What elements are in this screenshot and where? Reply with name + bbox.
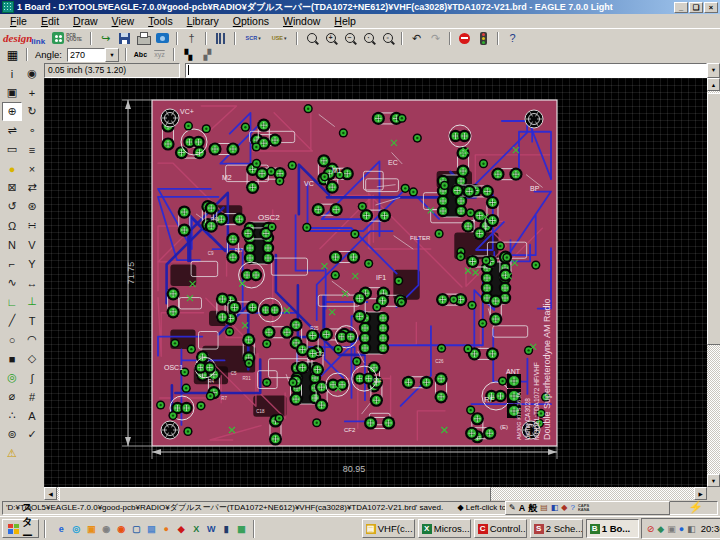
tool-erc[interactable]: ⊚ [2,425,22,444]
tray-network-icon[interactable]: ◆ [657,524,664,534]
tool-pinswap[interactable]: ∺ [22,216,42,235]
ime-tool-icon-0[interactable]: ▤ [540,503,548,513]
horizontal-scrollbar[interactable]: ◀ ▶ [44,487,707,500]
marker-button[interactable]: † [182,30,201,47]
script-button[interactable]: SCR▾ [240,30,266,47]
tool-delete[interactable]: ⊠ [2,178,22,197]
menu-window[interactable]: Window [276,15,327,27]
tool-lock[interactable]: Ω [2,216,22,235]
abc-button[interactable]: Abc [131,46,150,63]
zoom-out-button[interactable]: − [340,30,359,47]
quicklaunch-acrobat[interactable]: ◆ [175,522,188,536]
go-button[interactable] [474,30,493,47]
scroll-down-button[interactable]: ▼ [707,474,720,487]
tool-route[interactable]: ∟ [2,292,22,311]
tool-smash[interactable]: ⊛ [22,197,42,216]
tool-paint[interactable]: ● [2,159,22,178]
tool-split[interactable]: Y [22,254,42,273]
ime-mode-a[interactable]: A [519,502,526,514]
layer-settings-button[interactable] [211,30,230,47]
tool-signal[interactable]: ∫ [22,368,42,387]
hscroll-track[interactable] [57,487,694,500]
quicklaunch-picture-manager[interactable]: ▦ [235,522,248,536]
pattern1-button[interactable]: ▚ [179,46,198,63]
quicklaunch-photo-editor[interactable]: ▣ [85,522,98,536]
tool-miter[interactable]: ⌐ [2,254,22,273]
tool-cut[interactable]: × [22,159,42,178]
restore-button[interactable]: ❏ [689,2,703,13]
taskbar-button-1bo[interactable]: B1 Bo... [586,519,639,538]
zoom-fit-button[interactable] [302,30,321,47]
tool-rotate[interactable]: ↻ [22,102,42,121]
xyz-button[interactable]: xyz [150,46,169,63]
ime-tool-icon-1[interactable]: ◧ [551,503,559,513]
ime-toolbar[interactable]: ✎ A 般 ▤◧◆? CAPSKANA [505,501,670,515]
menu-options[interactable]: Options [226,15,276,27]
tool-gateswap[interactable]: ⇄ [22,178,42,197]
tool-ripup[interactable]: ⊥ [22,292,42,311]
taskbar-button-vhfc[interactable]: ▤VHF(c... [362,519,415,538]
save-button[interactable] [115,30,134,47]
menu-draw[interactable]: Draw [66,15,105,27]
quicklaunch-excel[interactable]: X [190,522,203,536]
quicklaunch-camera[interactable]: ◉ [100,522,113,536]
vertical-scrollbar[interactable]: ▲ ▼ [707,78,720,487]
tool-errors[interactable]: ⚠ [2,444,22,463]
tool-name[interactable]: N [2,235,22,254]
zoom-redraw-button[interactable]: · [359,30,378,47]
tool-rect[interactable]: ■ [2,349,22,368]
command-history-dropdown[interactable]: ▼ [707,63,720,78]
menu-view[interactable]: View [105,15,142,27]
tool-copy[interactable]: ▣ [2,83,22,102]
menu-edit[interactable]: Edit [34,15,66,27]
pattern2-button[interactable]: ▞ [198,46,217,63]
tool-move-origin[interactable]: + [22,83,42,102]
tray-blocked-icon[interactable]: ⊘ [647,524,655,534]
ime-mode-general[interactable]: 般 [528,502,537,514]
tool-replace[interactable]: ↺ [2,197,22,216]
tool-drc[interactable]: ✓ [22,425,42,444]
tool-optimize[interactable]: ∴ [2,406,22,425]
menu-library[interactable]: Library [180,15,226,27]
menu-tools[interactable]: Tools [141,15,180,27]
tool-ratsnest[interactable]: # [22,387,42,406]
quicklaunch-messenger[interactable]: ◎ [70,522,83,536]
redo-button[interactable]: ↷ [426,30,445,47]
run-ulp-button[interactable]: USE▾ [266,30,292,47]
quicklaunch-internet-explorer[interactable]: e [55,522,68,536]
command-input[interactable] [186,64,706,77]
tool-wire[interactable]: ╱ [2,311,22,330]
zoom-in-button[interactable]: + [321,30,340,47]
tool-text[interactable]: T [22,311,42,330]
close-button[interactable]: × [704,2,718,13]
help-button[interactable]: ? [503,30,522,47]
tool-meander[interactable]: ∿ [2,273,22,292]
menu-help[interactable]: Help [327,15,363,27]
grid-button[interactable]: ▦ [3,46,22,63]
tool-autoroute[interactable]: A [22,406,42,425]
tool-show[interactable]: ◉ [22,64,42,83]
stop-button[interactable] [455,30,474,47]
quicklaunch-firefox[interactable]: ● [160,522,173,536]
angle-dropdown-button[interactable]: ▼ [105,48,119,62]
tray-messenger-tray-icon[interactable]: ● [679,524,684,534]
ime-pen-icon[interactable]: ✎ [509,503,516,513]
canvas[interactable]: R41C26C5R4C12R17C33R7C18R25C9R31VC+M2OSC… [44,78,707,487]
tool-move[interactable]: ⊕ [2,102,22,121]
taskbar-button-micros[interactable]: XMicros... [418,519,471,538]
quicklaunch-show-desktop[interactable]: ▢ [130,522,143,536]
zoom-select-button[interactable]: ▫ [378,30,397,47]
undo-button[interactable]: ↶ [407,30,426,47]
tool-via[interactable]: ◎ [2,368,22,387]
scroll-right-button[interactable]: ▶ [694,487,707,500]
print-button[interactable] [134,30,153,47]
scroll-left-button[interactable]: ◀ [44,487,57,500]
taskbar-button-control[interactable]: CControl... [474,519,527,538]
angle-value[interactable]: 270 [67,48,105,62]
cam-processor-button[interactable] [153,30,172,47]
tool-info[interactable]: i [2,64,22,83]
menu-file[interactable]: File [3,15,34,27]
taskbar-button-2sche[interactable]: S2 Sche... [530,519,583,538]
tool-polygon[interactable]: ◇ [22,349,42,368]
quicklaunch-media-player[interactable]: ◉ [115,522,128,536]
